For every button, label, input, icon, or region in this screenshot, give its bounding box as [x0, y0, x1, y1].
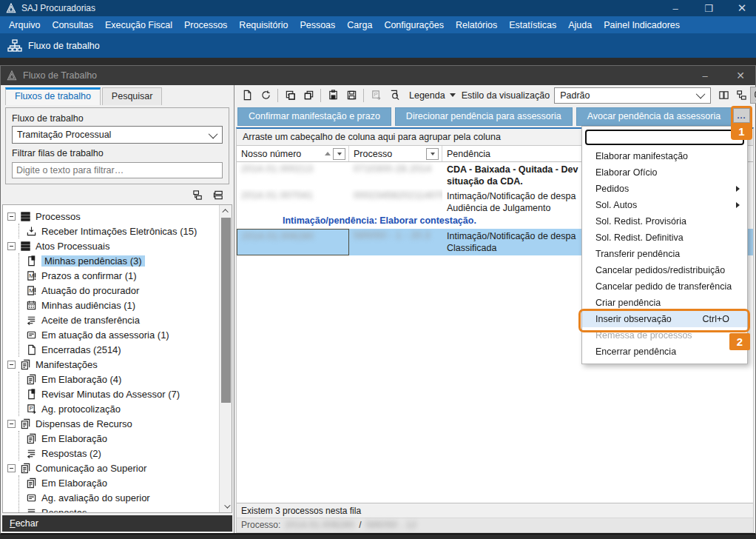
split-panels-icon[interactable]: [715, 87, 732, 104]
tree-item-ag-protocolizacao[interactable]: PAg. protocolização: [26, 401, 219, 416]
tree-item-receber-intimacoes-eletronicas-15[interactable]: Receber Intimações Eletrônicas (15): [26, 224, 219, 238]
filter-label: Filtrar filas de trabalho: [12, 148, 223, 158]
close-button[interactable]: ✕: [728, 0, 756, 16]
sort-ascending-icon: [325, 152, 331, 155]
redacted-value: 2014.01.000213: [241, 164, 313, 174]
protocol-doc-icon[interactable]: P: [367, 87, 385, 104]
tree-node[interactable]: Comunicação ao Superior: [7, 461, 219, 475]
workflow-toolbar-button[interactable]: Fluxo de trabalho: [28, 41, 100, 51]
filter-dropdown-icon[interactable]: [426, 148, 439, 160]
collapse-box-icon[interactable]: [7, 420, 16, 428]
search-doc-icon[interactable]: [385, 87, 403, 104]
column-header-processo[interactable]: Processo: [349, 146, 442, 161]
tree-node[interactable]: Processos: [7, 209, 219, 224]
menubar-item-processos[interactable]: Processos: [178, 16, 233, 33]
tree-node[interactable]: Atos Processuais: [7, 238, 219, 253]
menubar-item-consultas[interactable]: Consultas: [46, 16, 99, 33]
menubar-item-relatorios[interactable]: Relatórios: [450, 16, 503, 33]
comments-icon[interactable]: [750, 87, 756, 104]
tab-fluxos-de-trabalho[interactable]: Fluxos de trabalho: [5, 87, 101, 105]
menu-item-elaborar-manifestacao[interactable]: Elaborar manifestação: [582, 148, 747, 164]
scrollbar-thumb[interactable]: [221, 218, 231, 403]
tree-item-minhas-audiencias-1[interactable]: Minhas audiências (1): [26, 298, 219, 312]
menu-item-sol-redist-provisoria[interactable]: Sol. Redist. Provisória: [582, 213, 747, 230]
tree-item-atuacao-do-procurador[interactable]: MAtuação do procurador: [26, 283, 219, 298]
hierarchy-icon[interactable]: [732, 87, 750, 104]
menu-item-elaborar-oficio[interactable]: Elaborar Ofício: [582, 164, 747, 181]
column-header-nosso-numero[interactable]: Nosso número: [237, 146, 349, 161]
tree-item-aceite-de-transferencia[interactable]: Aceite de transferência: [26, 312, 219, 327]
download-icon: [26, 226, 37, 237]
menu-item-sol-autos[interactable]: Sol. Autos: [582, 197, 747, 213]
tree-item-em-elaboracao-4[interactable]: Em Elaboração (4): [26, 372, 219, 386]
doc-check-icon[interactable]: [281, 87, 299, 104]
save-export-icon[interactable]: [342, 87, 360, 104]
menubar-item-pessoas[interactable]: Pessoas: [294, 16, 341, 33]
menu-item-encerrar-pendencia[interactable]: Encerrar pendência: [582, 344, 747, 360]
menu-item-pedidos[interactable]: Pedidos: [582, 181, 747, 197]
menu-item-cancelar-pedidos-redistribuicao[interactable]: Cancelar pedidos/redistribuição: [582, 262, 747, 278]
menubar-item-execucao-fiscal[interactable]: Execução Fiscal: [99, 16, 178, 33]
context-menu-search-input[interactable]: [585, 130, 744, 145]
filter-dropdown-icon[interactable]: [333, 148, 345, 160]
style-select[interactable]: Padrão: [554, 87, 711, 104]
menubar-item-carga[interactable]: Carga: [341, 16, 378, 33]
menu-item-criar-pendencia[interactable]: Criar pendência: [582, 295, 747, 311]
tree-node[interactable]: Manifestações: [7, 357, 219, 372]
menubar-item-painel-indicadores[interactable]: Painel Indicadores: [598, 16, 686, 33]
flow-select[interactable]: Tramitação Processual: [12, 126, 223, 144]
menubar-item-ajuda[interactable]: Ajuda: [562, 16, 598, 33]
menu-item-label: Cancelar pedido de transferência: [595, 281, 732, 292]
column-label: Nosso número: [241, 149, 301, 159]
workflow-minimize-button[interactable]: –: [690, 66, 720, 85]
menu-item-label: Elaborar manifestação: [595, 151, 688, 161]
tree-group-dispensas-de-recurso: Dispensas de RecursoEm ElaboraçãoRespost…: [7, 416, 219, 461]
legend-dropdown[interactable]: Legenda: [404, 90, 461, 101]
maximize-button[interactable]: ❒: [695, 0, 723, 16]
collapse-box-icon[interactable]: [7, 464, 16, 472]
clipboard-save-icon[interactable]: [324, 87, 342, 104]
tree-item-revisar-minutas-do-assessor-7[interactable]: Revisar Minutas do Assessor (7): [26, 386, 219, 401]
tree-item-minhas-pendencias-3[interactable]: Minhas pendências (3): [26, 253, 219, 268]
collapse-box-icon[interactable]: [7, 212, 16, 221]
menubar-item-configuracoes[interactable]: Configurações: [378, 16, 450, 33]
menubar-item-arquivo[interactable]: Arquivo: [3, 16, 46, 33]
tree-item-prazos-a-confirmar-1[interactable]: MPrazos a confirmar (1): [26, 268, 219, 283]
tree-item-encerradas-2514[interactable]: Encerradas (2514): [26, 342, 219, 357]
tree-item-label: Respostas (2): [41, 448, 101, 459]
tree-item-ag-avaliacao-do-superior[interactable]: Ag. avaliação do superior: [26, 490, 219, 505]
avocar-pendencia-da-assessoria-button[interactable]: Avocar pendência da assessoria: [576, 107, 732, 126]
tree-scrollbar[interactable]: [219, 205, 232, 512]
collapse-all-icon[interactable]: [210, 187, 226, 203]
fechar-button[interactable]: Fechar: [2, 515, 232, 532]
tree-item-em-atuacao-da-assessoria-1[interactable]: Em atuação da assessoria (1): [26, 327, 219, 342]
tree-item-em-elaboracao[interactable]: Em Elaboração: [26, 431, 219, 446]
menubar-item-requisitorio[interactable]: Requisitório: [233, 16, 294, 33]
more-actions-button[interactable]: ...: [733, 108, 750, 123]
tab-pesquisar[interactable]: Pesquisar: [102, 87, 163, 105]
refresh-icon[interactable]: [257, 87, 274, 104]
copy-icon[interactable]: [300, 87, 317, 104]
scroll-up-icon[interactable]: [220, 205, 232, 217]
filter-input[interactable]: [12, 162, 223, 178]
confirmar-manifestacao-e-prazo-button[interactable]: Confirmar manifestação e prazo: [237, 107, 391, 126]
menubar-item-estatisticas[interactable]: Estatísticas: [503, 16, 562, 33]
collapse-box-icon[interactable]: [7, 242, 16, 250]
collapse-box-icon[interactable]: [7, 361, 16, 369]
new-doc-icon[interactable]: [238, 87, 256, 104]
tab-strip: Fluxos de trabalhoPesquisar: [1, 85, 234, 105]
direcionar-pendencia-para-assessoria-button[interactable]: Direcionar pendência para assessoria: [395, 107, 573, 126]
menu-item-inserir-observacao[interactable]: Inserir observaçãoCtrl+O: [582, 311, 747, 327]
tree-item-label: Respostas: [41, 507, 87, 513]
menu-item-transferir-pendencia[interactable]: Transferir pendência: [582, 246, 747, 262]
menu-item-sol-redist-definitiva[interactable]: Sol. Redist. Definitiva: [582, 230, 747, 246]
workflow-close-button[interactable]: ✕: [726, 66, 755, 85]
tree-node[interactable]: Dispensas de Recurso: [7, 416, 219, 431]
menu-item-cancelar-pedido-de-transferencia[interactable]: Cancelar pedido de transferência: [582, 278, 747, 295]
tree-item-em-elaboracao[interactable]: Em Elaboração: [26, 475, 219, 490]
scroll-down-icon[interactable]: [220, 500, 232, 512]
tree-item-respostas-2[interactable]: Respostas (2): [26, 446, 219, 461]
tree-item-respostas[interactable]: Respostas: [26, 505, 219, 512]
expand-all-icon[interactable]: [189, 187, 206, 203]
minimize-button[interactable]: –: [661, 0, 689, 16]
